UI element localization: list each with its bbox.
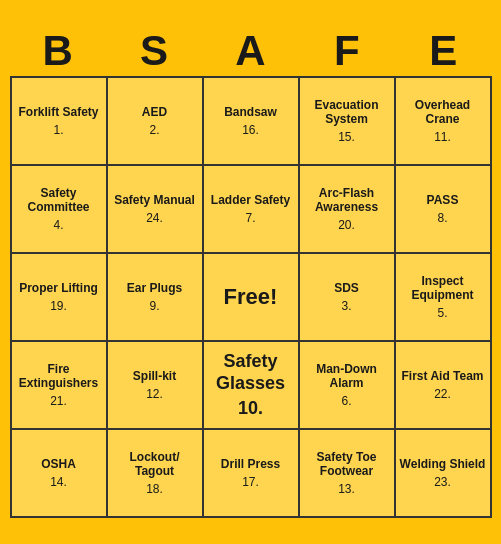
header-letter: E xyxy=(395,26,491,76)
cell-number: 3. xyxy=(341,299,351,313)
cell-number: 2. xyxy=(149,123,159,137)
bingo-cell: Ladder Safety7. xyxy=(204,166,300,254)
bingo-cell: Lockout/ Tagout18. xyxy=(108,430,204,518)
cell-main-text: Welding Shield xyxy=(400,457,486,471)
bingo-cell: AED2. xyxy=(108,78,204,166)
cell-number: 9. xyxy=(149,299,159,313)
cell-main-text: OSHA xyxy=(41,457,76,471)
bingo-cell: Fire Extinguishers21. xyxy=(12,342,108,430)
cell-main-text: Safety Toe Footwear xyxy=(303,450,391,479)
cell-number: 20. xyxy=(338,218,355,232)
cell-main-text: PASS xyxy=(427,193,459,207)
bingo-cell: Safety Committee4. xyxy=(12,166,108,254)
bingo-cell: Forklift Safety1. xyxy=(12,78,108,166)
bingo-grid: Forklift Safety1.AED2.Bandsaw16.Evacuati… xyxy=(10,76,492,518)
cell-main-text: Free! xyxy=(224,284,278,310)
bingo-cell: Inspect Equipment5. xyxy=(396,254,492,342)
cell-number: 16. xyxy=(242,123,259,137)
cell-number: 23. xyxy=(434,475,451,489)
cell-number: 21. xyxy=(50,394,67,408)
header-letter: A xyxy=(202,26,298,76)
bingo-card: BSAFE Forklift Safety1.AED2.Bandsaw16.Ev… xyxy=(6,22,496,522)
cell-main-text: Spill-kit xyxy=(133,369,176,383)
cell-main-text: Overhead Crane xyxy=(399,98,487,127)
cell-main-text: Safety Committee xyxy=(15,186,103,215)
cell-number: 1. xyxy=(53,123,63,137)
cell-number: 7. xyxy=(245,211,255,225)
bingo-cell: SDS3. xyxy=(300,254,396,342)
bingo-cell: Welding Shield23. xyxy=(396,430,492,518)
cell-number: 24. xyxy=(146,211,163,225)
cell-number: 12. xyxy=(146,387,163,401)
cell-number: 5. xyxy=(437,306,447,320)
cell-main-text: SDS xyxy=(334,281,359,295)
cell-main-text: Lockout/ Tagout xyxy=(111,450,199,479)
cell-number: 22. xyxy=(434,387,451,401)
cell-main-text: Man-Down Alarm xyxy=(303,362,391,391)
header-letter: S xyxy=(106,26,202,76)
cell-main-text: Ear Plugs xyxy=(127,281,182,295)
cell-main-text: Bandsaw xyxy=(224,105,277,119)
cell-number: 13. xyxy=(338,482,355,496)
cell-main-text: Inspect Equipment xyxy=(399,274,487,303)
bingo-cell: PASS8. xyxy=(396,166,492,254)
cell-main-text: Evacuation System xyxy=(303,98,391,127)
cell-main-text: AED xyxy=(142,105,167,119)
bingo-cell: Evacuation System15. xyxy=(300,78,396,166)
cell-number: 8. xyxy=(437,211,447,225)
bingo-cell: Arc-Flash Awareness20. xyxy=(300,166,396,254)
bingo-cell: First Aid Team22. xyxy=(396,342,492,430)
bingo-cell: Safety Toe Footwear13. xyxy=(300,430,396,518)
cell-number: 18. xyxy=(146,482,163,496)
cell-number: 6. xyxy=(341,394,351,408)
cell-number: 19. xyxy=(50,299,67,313)
cell-main-text: First Aid Team xyxy=(401,369,483,383)
cell-main-text: Arc-Flash Awareness xyxy=(303,186,391,215)
cell-main-text: Safety Glasses xyxy=(207,351,295,394)
bingo-cell: Safety Glasses10. xyxy=(204,342,300,430)
header-letter: F xyxy=(299,26,395,76)
bingo-cell: Spill-kit12. xyxy=(108,342,204,430)
cell-number: 14. xyxy=(50,475,67,489)
bingo-cell: Ear Plugs9. xyxy=(108,254,204,342)
cell-number: 11. xyxy=(434,130,451,144)
cell-number: 4. xyxy=(53,218,63,232)
bingo-cell: Drill Press17. xyxy=(204,430,300,518)
cell-main-text: Drill Press xyxy=(221,457,280,471)
cell-main-text: Proper Lifting xyxy=(19,281,98,295)
header-row: BSAFE xyxy=(10,26,492,76)
header-letter: B xyxy=(10,26,106,76)
bingo-cell: Safety Manual24. xyxy=(108,166,204,254)
bingo-cell: Overhead Crane11. xyxy=(396,78,492,166)
free-space: Free! xyxy=(204,254,300,342)
cell-main-text: Ladder Safety xyxy=(211,193,290,207)
cell-number: 15. xyxy=(338,130,355,144)
bingo-cell: Man-Down Alarm6. xyxy=(300,342,396,430)
cell-number: 10. xyxy=(238,398,263,419)
cell-main-text: Safety Manual xyxy=(114,193,195,207)
bingo-cell: Bandsaw16. xyxy=(204,78,300,166)
cell-number: 17. xyxy=(242,475,259,489)
cell-main-text: Forklift Safety xyxy=(18,105,98,119)
bingo-cell: OSHA14. xyxy=(12,430,108,518)
cell-main-text: Fire Extinguishers xyxy=(15,362,103,391)
bingo-cell: Proper Lifting19. xyxy=(12,254,108,342)
